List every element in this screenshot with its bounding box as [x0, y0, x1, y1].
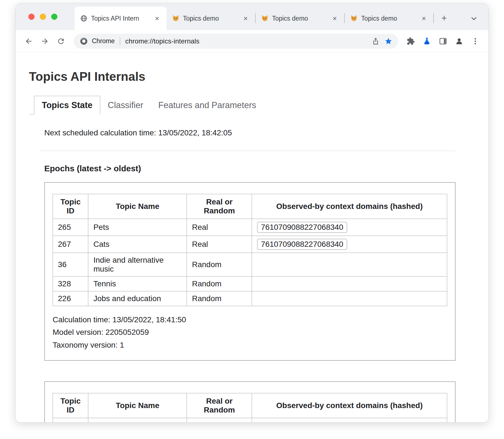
- window-controls: [28, 14, 57, 20]
- labs-button[interactable]: [419, 34, 434, 49]
- topic-name-cell: Tennis: [88, 277, 187, 291]
- topic-name-cell: Pets: [88, 219, 187, 236]
- profile-button[interactable]: [452, 34, 467, 49]
- next-calculation-time: Next scheduled calculation time: 13/05/2…: [44, 128, 456, 137]
- browser-tabs: Topics API Intern × Topics demo ×: [75, 4, 451, 30]
- page-content: Topics API Internals Topics State Classi…: [16, 70, 488, 423]
- epoch-box: Topic IDTopic NameReal or RandomObserved…: [44, 182, 456, 361]
- real-or-random-cell: Random: [187, 418, 252, 423]
- forward-icon: [41, 37, 49, 45]
- address-bar[interactable]: Chrome chrome://topics-internals: [74, 34, 398, 49]
- topic-row: 36Indie and alternative musicRandom: [53, 253, 447, 277]
- real-or-random-cell: Real: [187, 236, 252, 253]
- browser-tab-topics-demo-2[interactable]: Topics demo ×: [256, 7, 344, 30]
- page-title: Topics API Internals: [29, 70, 475, 84]
- epochs-heading: Epochs (latest -> oldest): [44, 164, 456, 173]
- tab-title: Topics demo: [272, 15, 327, 22]
- share-icon: [372, 37, 380, 45]
- browser-tab-strip: Topics API Intern × Topics demo ×: [16, 4, 488, 30]
- tab-close-button[interactable]: ×: [153, 14, 162, 23]
- column-header: Observed-by context domains (hashed): [252, 393, 447, 418]
- forward-button[interactable]: [37, 34, 52, 49]
- tab-overflow-menu-button[interactable]: [468, 13, 480, 25]
- tab-title: Topics API Intern: [91, 15, 149, 22]
- epoch-metadata: Calculation time: 13/05/2022, 18:41:50Mo…: [53, 313, 447, 351]
- topic-name-cell: Cats: [88, 236, 187, 253]
- tab-close-button[interactable]: ×: [419, 14, 428, 23]
- hashed-domain-value: 7610709088227068340: [257, 239, 347, 250]
- browser-window: Topics API Intern × Topics demo ×: [15, 3, 489, 423]
- topics-state-panel: Next scheduled calculation time: 13/05/2…: [44, 128, 456, 423]
- real-or-random-cell: Random: [187, 291, 252, 306]
- topic-id-cell: 36: [53, 253, 88, 277]
- search-engine-label: Chrome: [92, 37, 115, 45]
- reload-button[interactable]: [53, 34, 68, 49]
- column-header: Topic Name: [88, 393, 187, 418]
- globe-favicon: [80, 15, 87, 22]
- table-header-row: Topic IDTopic NameReal or RandomObserved…: [53, 194, 447, 219]
- tab-title: Topics demo: [361, 15, 416, 22]
- column-header: Real or Random: [187, 194, 252, 219]
- puzzle-icon: [407, 37, 415, 45]
- zoom-window-button[interactable]: [51, 14, 57, 20]
- chrome-logo-icon: [80, 37, 88, 45]
- tab-topics-state[interactable]: Topics State: [34, 96, 100, 114]
- topic-id-cell: 123: [53, 418, 88, 423]
- browser-menu-button[interactable]: [468, 34, 483, 49]
- bookmark-button[interactable]: [382, 35, 395, 48]
- back-button[interactable]: [21, 34, 36, 49]
- avatar-icon: [455, 37, 463, 45]
- extensions-button[interactable]: [403, 34, 418, 49]
- epoch-box: Topic IDTopic NameReal or RandomObserved…: [44, 381, 456, 423]
- browser-tab-topics-demo-1[interactable]: Topics demo ×: [167, 7, 255, 30]
- topic-name-cell: Indie and alternative music: [88, 253, 187, 277]
- column-header: Topic ID: [53, 393, 88, 418]
- close-window-button[interactable]: [28, 14, 35, 20]
- topic-name-cell: Printing and publishing: [88, 418, 187, 423]
- side-panel-button[interactable]: [436, 34, 451, 49]
- tab-close-button[interactable]: ×: [241, 14, 250, 23]
- epoch-topics-table: Topic IDTopic NameReal or RandomObserved…: [53, 194, 447, 306]
- topic-row: 328TennisRandom: [53, 277, 447, 291]
- page-tab-bar: Topics State Classifier Features and Par…: [34, 96, 475, 114]
- side-panel-icon: [439, 37, 447, 45]
- url-text: chrome://topics-internals: [125, 37, 199, 45]
- column-header: Real or Random: [187, 393, 252, 418]
- hashed-domain-value: 7610709088227068340: [257, 222, 347, 233]
- topic-id-cell: 328: [53, 277, 88, 291]
- topic-id-cell: 265: [53, 219, 88, 236]
- observed-domains-cell: [252, 253, 447, 277]
- browser-toolbar: Chrome chrome://topics-internals: [16, 30, 488, 52]
- chevron-down-icon: [470, 14, 478, 23]
- observed-domains-cell: 7610709088227068340: [252, 219, 447, 236]
- cat-favicon: [172, 15, 179, 22]
- plus-icon: [440, 14, 448, 22]
- tab-features-and-parameters[interactable]: Features and Parameters: [151, 96, 264, 114]
- topic-name-cell: Jobs and education: [88, 291, 187, 306]
- reload-icon: [57, 37, 65, 45]
- column-header: Topic ID: [53, 194, 88, 219]
- real-or-random-cell: Real: [187, 219, 252, 236]
- column-header: Topic Name: [88, 194, 187, 219]
- epochs-list: Topic IDTopic NameReal or RandomObserved…: [44, 182, 456, 423]
- topic-id-cell: 226: [53, 291, 88, 306]
- topic-row: 267CatsReal7610709088227068340: [53, 236, 447, 253]
- real-or-random-cell: Random: [187, 253, 252, 277]
- topic-row: 265PetsReal7610709088227068340: [53, 219, 447, 236]
- kebab-menu-icon: [471, 37, 479, 45]
- tab-classifier[interactable]: Classifier: [100, 96, 151, 114]
- table-header-row: Topic IDTopic NameReal or RandomObserved…: [53, 393, 447, 418]
- browser-tab-topics-internals[interactable]: Topics API Intern ×: [75, 7, 167, 30]
- topic-row: 226Jobs and educationRandom: [53, 291, 447, 306]
- browser-tab-topics-demo-3[interactable]: Topics demo ×: [345, 7, 433, 30]
- new-tab-button[interactable]: [437, 11, 451, 25]
- observed-domains-cell: [252, 277, 447, 291]
- tab-close-button[interactable]: ×: [330, 14, 339, 23]
- section-divider: [40, 151, 456, 151]
- share-button[interactable]: [369, 35, 382, 48]
- back-icon: [25, 37, 33, 45]
- real-or-random-cell: Random: [187, 277, 252, 291]
- model-version: Model version: 2205052059: [53, 326, 447, 338]
- cat-favicon: [350, 15, 358, 22]
- minimize-window-button[interactable]: [40, 14, 46, 20]
